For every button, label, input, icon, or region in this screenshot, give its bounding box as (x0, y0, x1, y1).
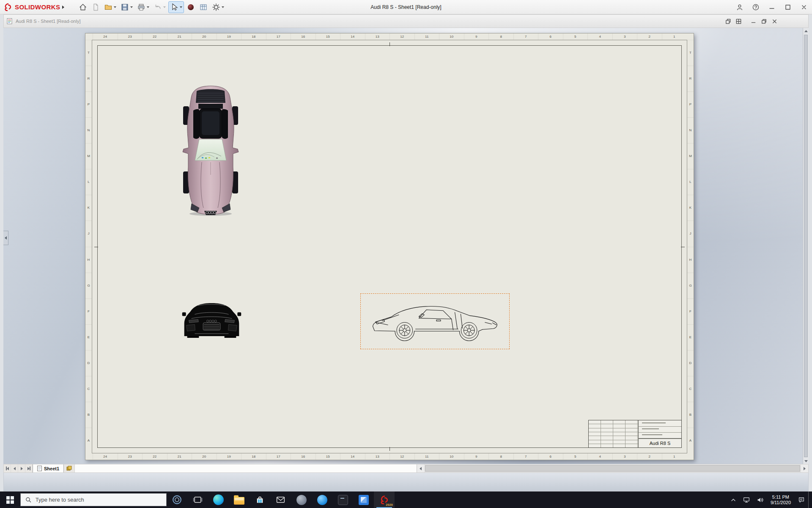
start-button[interactable] (0, 491, 20, 508)
edge-button[interactable] (208, 491, 229, 508)
blue-square-app-icon (359, 495, 369, 505)
feature-manager-collapsed-tab[interactable] (3, 231, 8, 245)
options-button[interactable] (210, 1, 226, 13)
system-tray: 5:11 PM 9/11/2020 (727, 491, 812, 508)
doc-close-icon[interactable] (771, 18, 778, 25)
close-button[interactable] (796, 0, 812, 14)
taskbar-search[interactable] (20, 493, 167, 506)
open-dropdown-caret[interactable] (114, 6, 116, 8)
status-bar (3, 473, 809, 491)
horizontal-scrollbar-track[interactable] (424, 464, 801, 472)
clock-date: 9/11/2020 (771, 500, 791, 505)
new-document-icon (91, 3, 100, 11)
ruler-top: 242322212019181716151413121110987654321 (93, 33, 686, 40)
last-sheet-button[interactable] (25, 464, 33, 472)
vertical-scrollbar[interactable] (803, 28, 809, 464)
save-dropdown-caret[interactable] (130, 6, 133, 8)
cortana-button[interactable] (167, 491, 187, 508)
sheet-tab-label: Sheet1 (44, 466, 59, 471)
tile-windows-icon[interactable] (735, 18, 742, 25)
taskbar: 2020 5:11 PM 9/11/2020 (0, 491, 812, 508)
doc-minimize-icon[interactable] (750, 18, 757, 25)
hidden-icons-button[interactable] (727, 491, 740, 508)
save-button[interactable] (119, 1, 134, 13)
cascade-windows-icon[interactable] (725, 18, 731, 25)
screen: SOLIDWORKS (0, 0, 812, 508)
design-table-button[interactable] (198, 1, 209, 13)
render-sphere-button[interactable] (185, 1, 197, 13)
home-button[interactable] (77, 1, 89, 13)
show-desktop-button[interactable] (808, 491, 812, 508)
drawing-view-top[interactable] (181, 84, 241, 217)
open-button[interactable] (102, 1, 118, 13)
add-sheet-button[interactable] (64, 464, 75, 472)
help-button[interactable] (748, 0, 764, 14)
task-view-button[interactable] (187, 491, 208, 508)
open-folder-icon (104, 3, 112, 11)
undo-button[interactable] (152, 1, 167, 13)
action-center-button[interactable] (795, 491, 808, 508)
network-button[interactable] (740, 491, 753, 508)
first-sheet-button[interactable] (4, 464, 11, 472)
close-icon (800, 3, 808, 11)
title-block-part-name: Audi R8 S (639, 438, 681, 447)
speaker-icon (756, 496, 764, 504)
scroll-left-button[interactable] (417, 464, 424, 472)
maximize-button[interactable] (780, 0, 796, 14)
select-dropdown-caret[interactable] (180, 6, 182, 8)
blue-square-app-button[interactable] (353, 491, 374, 508)
select-tool-button[interactable] (168, 1, 184, 13)
doc-restore-icon[interactable] (761, 18, 767, 25)
options-dropdown-caret[interactable] (222, 6, 224, 8)
account-button[interactable] (732, 0, 748, 14)
print-button[interactable] (135, 1, 151, 13)
tab-sheet1[interactable]: Sheet1 (33, 464, 64, 472)
drawing-sheet: 242322212019181716151413121110987654321 … (85, 33, 694, 460)
print-dropdown-caret[interactable] (147, 6, 149, 8)
blue-circle-app-button[interactable] (312, 491, 332, 508)
taskbar-clock[interactable]: 5:11 PM 9/11/2020 (767, 491, 795, 508)
title-block-text-line (642, 428, 659, 429)
solidworks-menu[interactable]: SOLIDWORKS (0, 0, 68, 14)
horizontal-scrollbar[interactable] (417, 464, 808, 472)
vertical-scrollbar-thumb[interactable] (804, 35, 808, 457)
drawing-view-side[interactable] (369, 302, 502, 342)
solidworks-version-badge: 2020 (386, 503, 393, 506)
center-mark-top (390, 42, 390, 46)
undo-dropdown-caret[interactable] (163, 6, 166, 8)
horizontal-scrollbar-thumb[interactable] (425, 465, 800, 472)
previous-sheet-button[interactable] (11, 464, 18, 472)
sheet-tab-strip (75, 464, 417, 472)
help-icon (752, 3, 760, 11)
scroll-down-button[interactable] (803, 458, 809, 464)
graphics-area[interactable]: 242322212019181716151413121110987654321 … (3, 28, 809, 464)
sheet-tab-bar: Sheet1 (3, 464, 809, 473)
solidworks-taskbar-button[interactable]: 2020 (374, 491, 395, 508)
user-icon (736, 3, 743, 11)
center-mark-left (94, 247, 98, 247)
drawing-view-front[interactable] (182, 300, 241, 339)
center-mark-bottom (390, 447, 390, 451)
ruler-bottom: 242322212019181716151413121110987654321 (93, 453, 686, 460)
render-sphere-icon (187, 3, 195, 11)
minimize-button[interactable] (764, 0, 780, 14)
sheet-paper[interactable]: Audi R8 S (92, 40, 687, 453)
minimize-icon (768, 3, 776, 11)
task-view-icon (192, 494, 203, 505)
clock-time: 5:11 PM (772, 494, 789, 500)
search-input[interactable] (36, 497, 162, 503)
file-explorer-button[interactable] (229, 491, 250, 508)
mail-button[interactable] (270, 491, 291, 508)
search-icon (25, 497, 32, 503)
scroll-right-button[interactable] (801, 464, 808, 472)
menu-expand-icon[interactable] (62, 6, 64, 9)
document-window-controls (725, 18, 778, 25)
volume-button[interactable] (753, 491, 767, 508)
gray-app-button[interactable] (291, 491, 312, 508)
ruler-right: TRPNMLKJHGFEDCBA (687, 40, 694, 453)
next-sheet-button[interactable] (18, 464, 25, 472)
new-document-button[interactable] (90, 1, 102, 13)
dark-app-button[interactable] (332, 491, 353, 508)
store-button[interactable] (250, 491, 270, 508)
scroll-up-button[interactable] (803, 28, 809, 34)
